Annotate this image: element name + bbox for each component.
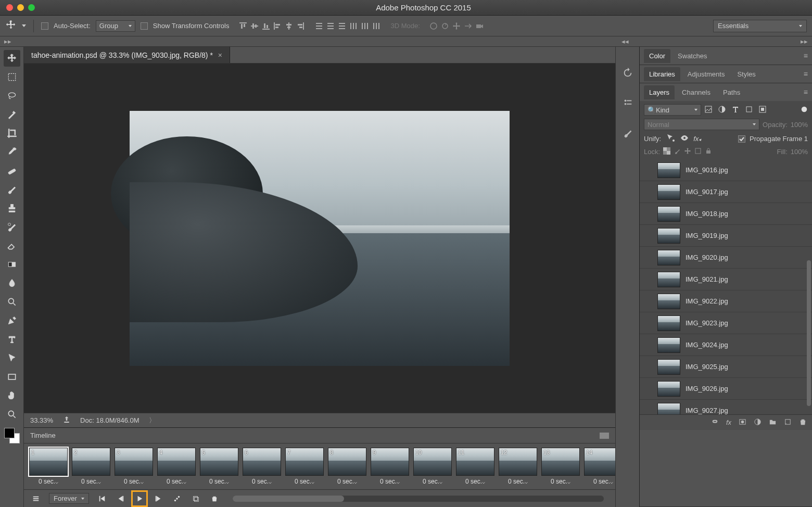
layer-group-icon[interactable] bbox=[769, 418, 777, 427]
dist-bottom-icon[interactable] bbox=[337, 21, 347, 31]
3d-slide-icon[interactable] bbox=[463, 21, 473, 31]
duplicate-frame-button[interactable] bbox=[190, 493, 201, 504]
adjustment-layer-icon[interactable] bbox=[754, 418, 762, 427]
layer-row[interactable]: IMG_9021.jpg bbox=[640, 269, 812, 290]
frame-delay[interactable]: 0 sec.⌵ bbox=[541, 478, 580, 485]
healing-brush-tool[interactable] bbox=[4, 162, 20, 179]
timeline-frame[interactable]: 14 0 sec.⌵ bbox=[584, 448, 615, 485]
align-hcenter-icon[interactable] bbox=[284, 21, 294, 31]
zoom-tool[interactable] bbox=[4, 406, 20, 423]
align-vcenter-icon[interactable] bbox=[249, 21, 260, 31]
visibility-icon[interactable] bbox=[645, 210, 652, 218]
expand-panels-left-icon[interactable]: ▸▸ bbox=[4, 37, 11, 45]
frame-delay[interactable]: 0 sec.⌵ bbox=[285, 478, 324, 485]
move-tool-icon[interactable] bbox=[5, 19, 17, 32]
layer-mask-icon[interactable] bbox=[739, 418, 746, 427]
lock-pixels-icon[interactable] bbox=[674, 147, 681, 156]
opacity-value[interactable]: 100% bbox=[791, 121, 808, 129]
layer-row[interactable]: IMG_9024.jpg bbox=[640, 334, 812, 356]
frame-delay[interactable]: 0 sec.⌵ bbox=[413, 478, 452, 485]
3d-orbit-icon[interactable] bbox=[428, 21, 439, 31]
collapse-panels-icon[interactable]: ◂◂ bbox=[621, 37, 629, 45]
timeline-menu-icon[interactable] bbox=[600, 433, 609, 439]
frame-delay[interactable]: 0 sec.⌵ bbox=[584, 478, 615, 485]
visibility-icon[interactable] bbox=[645, 407, 652, 414]
frame-delay[interactable]: 0 sec.⌵ bbox=[72, 478, 110, 485]
brushes-panel-icon[interactable] bbox=[620, 126, 635, 141]
3d-camera-icon[interactable] bbox=[474, 21, 485, 31]
panel-menu-icon[interactable]: ≡ bbox=[804, 70, 808, 78]
prev-frame-button[interactable] bbox=[115, 493, 126, 504]
auto-select-dropdown[interactable]: Group bbox=[96, 20, 135, 32]
layer-row[interactable]: IMG_9017.jpg bbox=[640, 181, 812, 203]
tween-button[interactable] bbox=[171, 493, 183, 504]
tab-channels[interactable]: Channels bbox=[677, 85, 716, 99]
tool-preset-dropdown-icon[interactable] bbox=[22, 24, 26, 27]
layers-scrollbar[interactable] bbox=[807, 260, 811, 406]
zoom-level[interactable]: 33.33% bbox=[30, 416, 53, 424]
dodge-tool[interactable] bbox=[4, 294, 20, 310]
frame-delay[interactable]: 0 sec.⌵ bbox=[456, 478, 494, 485]
layer-fx-icon[interactable]: fx bbox=[726, 419, 731, 426]
tab-styles[interactable]: Styles bbox=[732, 67, 760, 81]
lock-artboard-icon[interactable] bbox=[694, 147, 702, 156]
share-icon[interactable] bbox=[62, 415, 71, 425]
lock-all-icon[interactable] bbox=[705, 147, 712, 156]
visibility-icon[interactable] bbox=[645, 320, 652, 327]
lasso-tool[interactable] bbox=[4, 87, 20, 104]
propagate-checkbox[interactable] bbox=[738, 135, 745, 143]
history-panel-icon[interactable] bbox=[620, 66, 635, 80]
play-button[interactable] bbox=[134, 493, 145, 504]
doc-size[interactable]: Doc: 18.0M/846.0M bbox=[80, 416, 139, 424]
fg-bg-swatches[interactable] bbox=[4, 428, 20, 443]
timeline-frame[interactable]: 7 0 sec.⌵ bbox=[285, 448, 324, 485]
layer-row[interactable]: IMG_9016.jpg bbox=[640, 159, 812, 181]
link-layers-icon[interactable] bbox=[711, 418, 719, 427]
frame-delay[interactable]: 0 sec.⌵ bbox=[200, 478, 238, 485]
layer-row[interactable]: IMG_9027.jpg bbox=[640, 400, 812, 414]
eraser-tool[interactable] bbox=[4, 237, 20, 254]
loop-dropdown[interactable]: Forever bbox=[49, 493, 89, 504]
blur-tool[interactable] bbox=[4, 275, 20, 291]
filter-adjust-icon[interactable] bbox=[718, 105, 726, 115]
layer-row[interactable]: IMG_9019.jpg bbox=[640, 225, 812, 247]
workspace-switcher[interactable]: Essentials bbox=[713, 20, 807, 32]
panel-menu-icon[interactable]: ≡ bbox=[804, 52, 808, 60]
layer-filter-kind[interactable]: 🔍Kind bbox=[644, 104, 701, 116]
timeline-frame[interactable]: 6 0 sec.⌵ bbox=[243, 448, 281, 485]
tab-layers[interactable]: Layers bbox=[644, 85, 675, 99]
timeline-frame[interactable]: 4 0 sec.⌵ bbox=[157, 448, 196, 485]
brush-tool[interactable] bbox=[4, 181, 20, 198]
gradient-tool[interactable] bbox=[4, 256, 20, 273]
timeline-frame[interactable]: 12 0 sec.⌵ bbox=[499, 448, 537, 485]
visibility-icon[interactable] bbox=[645, 188, 652, 196]
visibility-icon[interactable] bbox=[645, 167, 652, 174]
layer-row[interactable]: IMG_9020.jpg bbox=[640, 247, 812, 269]
rectangle-tool[interactable] bbox=[4, 369, 20, 385]
window-zoom-icon[interactable] bbox=[28, 4, 35, 11]
path-selection-tool[interactable] bbox=[4, 350, 20, 366]
window-close-icon[interactable] bbox=[6, 4, 13, 11]
crop-tool[interactable] bbox=[4, 125, 20, 142]
frame-delay[interactable]: 0 sec.⌵ bbox=[499, 478, 537, 485]
layer-row[interactable]: IMG_9026.jpg bbox=[640, 378, 812, 400]
visibility-icon[interactable] bbox=[645, 363, 652, 371]
dist-top-icon[interactable] bbox=[314, 21, 324, 31]
frame-delay[interactable]: 0 sec.⌵ bbox=[371, 478, 409, 485]
pen-tool[interactable] bbox=[4, 312, 20, 329]
eyedropper-tool[interactable] bbox=[4, 144, 20, 160]
frame-delay[interactable]: 0 sec.⌵ bbox=[29, 478, 68, 485]
filter-type-icon[interactable] bbox=[731, 105, 740, 115]
layer-row[interactable]: IMG_9023.jpg bbox=[640, 312, 812, 334]
document-canvas[interactable] bbox=[130, 111, 510, 366]
timeline-frame[interactable]: 3 0 sec.⌵ bbox=[115, 448, 153, 485]
frame-delay[interactable]: 0 sec.⌵ bbox=[328, 478, 366, 485]
timeline-frame[interactable]: 10 0 sec.⌵ bbox=[413, 448, 452, 485]
magic-wand-tool[interactable] bbox=[4, 106, 20, 123]
3d-roll-icon[interactable] bbox=[440, 21, 450, 31]
move-tool[interactable] bbox=[4, 50, 20, 67]
window-minimize-icon[interactable] bbox=[17, 4, 24, 11]
visibility-icon[interactable] bbox=[645, 276, 652, 283]
align-top-icon[interactable] bbox=[238, 21, 248, 31]
dist-left-icon[interactable] bbox=[348, 21, 359, 31]
